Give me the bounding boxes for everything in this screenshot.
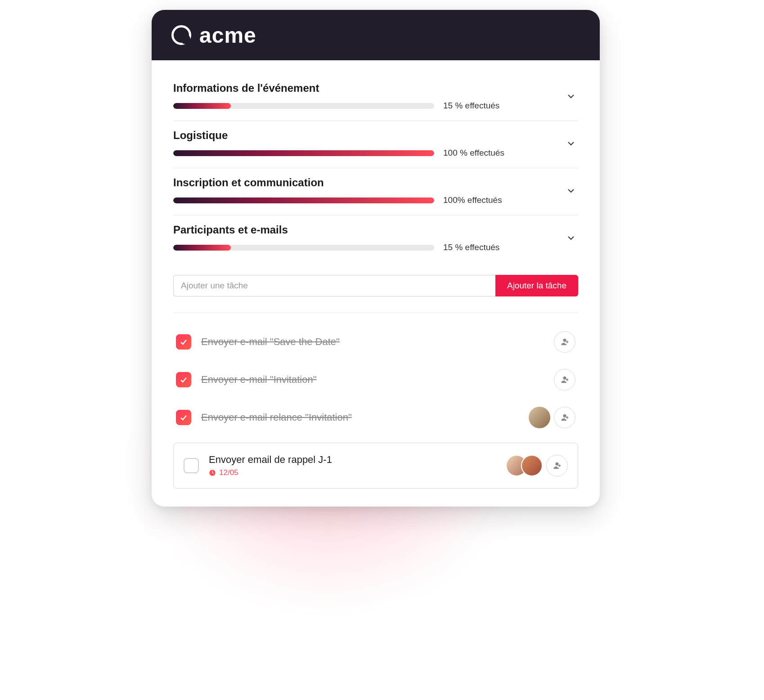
task-meta: Envoyer email de rappel J-1 12/05: [209, 454, 496, 477]
task-checkbox[interactable]: [176, 372, 191, 387]
add-task-input[interactable]: [173, 275, 495, 296]
progress-bar: [173, 197, 434, 203]
progress-fill: [173, 245, 231, 251]
progress-row: 100 % effectués: [173, 148, 578, 158]
section-participants: Participants et e-mails 15 % effectués: [173, 215, 578, 262]
section-title: Participants et e-mails: [173, 224, 578, 236]
task-assignees: [529, 407, 575, 428]
avatar: [521, 455, 543, 476]
section-title: Informations de l'événement: [173, 82, 578, 94]
task-checkbox[interactable]: [176, 410, 191, 425]
add-assignee-button[interactable]: [546, 455, 568, 476]
add-assignee-button[interactable]: [554, 331, 575, 353]
progress-fill: [173, 103, 231, 109]
progress-bar: [173, 103, 434, 109]
task-row: Envoyer e-mail relance "Invitation": [173, 399, 578, 436]
brand-logo: acme: [171, 23, 256, 48]
task-assignees: [554, 331, 575, 353]
logo-ring-icon: [171, 25, 191, 45]
progress-row: 100% effectués: [173, 195, 578, 205]
section-registration: Inscription et communication 100% effect…: [173, 168, 578, 215]
progress-label: 100 % effectués: [443, 148, 504, 158]
add-assignee-button[interactable]: [554, 407, 575, 428]
progress-bar: [173, 245, 434, 251]
section-logistics: Logistique 100 % effectués: [173, 121, 578, 168]
avatar-group: [506, 455, 543, 476]
chevron-down-icon[interactable]: [566, 185, 576, 198]
chevron-down-icon[interactable]: [566, 138, 576, 151]
task-assignees: [554, 369, 575, 390]
avatar: [529, 407, 550, 428]
progress-bar: [173, 150, 434, 156]
progress-row: 15 % effectués: [173, 101, 578, 111]
task-checkbox[interactable]: [176, 334, 191, 350]
chevron-down-icon[interactable]: [566, 91, 576, 103]
app-header: acme: [152, 10, 600, 60]
add-assignee-button[interactable]: [554, 369, 575, 390]
task-checkbox[interactable]: [184, 458, 199, 473]
section-title: Logistique: [173, 129, 578, 142]
task-list: Envoyer e-mail "Save the Date" Envoyer e…: [173, 313, 578, 489]
task-assignees: [506, 455, 568, 476]
task-row-active[interactable]: Envoyer email de rappel J-1 12/05: [173, 443, 578, 489]
progress-fill: [173, 150, 434, 156]
progress-row: 15 % effectués: [173, 242, 578, 252]
task-label: Envoyer e-mail "Invitation": [201, 374, 544, 386]
task-due-date: 12/05: [209, 468, 496, 477]
add-task-row: Ajouter la tâche: [173, 275, 578, 313]
add-task-button[interactable]: Ajouter la tâche: [495, 275, 578, 296]
clock-icon: [209, 469, 216, 476]
section-event-info: Informations de l'événement 15 % effectu…: [173, 74, 578, 121]
chevron-down-icon[interactable]: [566, 233, 576, 245]
section-title: Inscription et communication: [173, 176, 578, 189]
task-label: Envoyer e-mail relance "Invitation": [201, 412, 519, 423]
progress-fill: [173, 197, 434, 203]
app-card: acme Informations de l'événement 15 % ef…: [152, 10, 600, 507]
task-label: Envoyer email de rappel J-1: [209, 454, 496, 466]
card-body: Informations de l'événement 15 % effectu…: [152, 60, 600, 507]
brand-name: acme: [199, 23, 256, 48]
progress-label: 100% effectués: [443, 195, 502, 205]
progress-label: 15 % effectués: [443, 242, 499, 252]
task-label: Envoyer e-mail "Save the Date": [201, 336, 544, 348]
task-row: Envoyer e-mail "Invitation": [173, 361, 578, 399]
progress-label: 15 % effectués: [443, 101, 499, 111]
task-date-text: 12/05: [219, 468, 238, 477]
task-row: Envoyer e-mail "Save the Date": [173, 323, 578, 361]
